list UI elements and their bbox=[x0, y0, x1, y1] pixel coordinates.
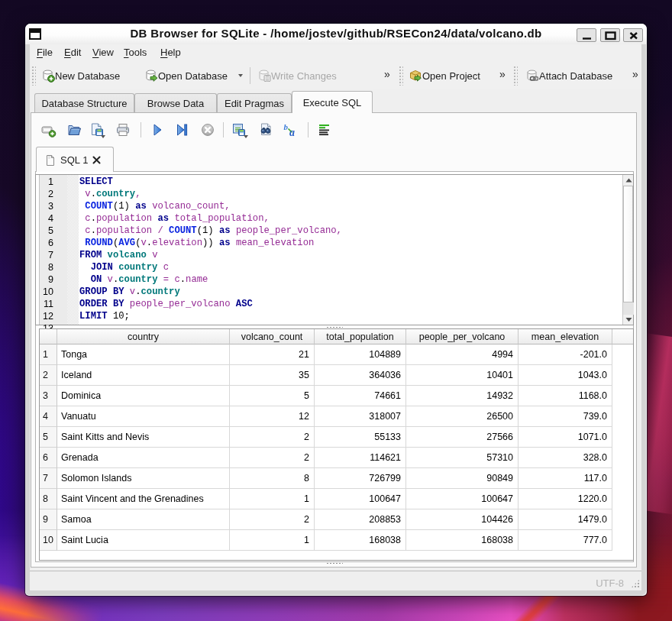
svg-text:b: b bbox=[284, 122, 289, 131]
svg-text:a: a bbox=[289, 127, 295, 138]
